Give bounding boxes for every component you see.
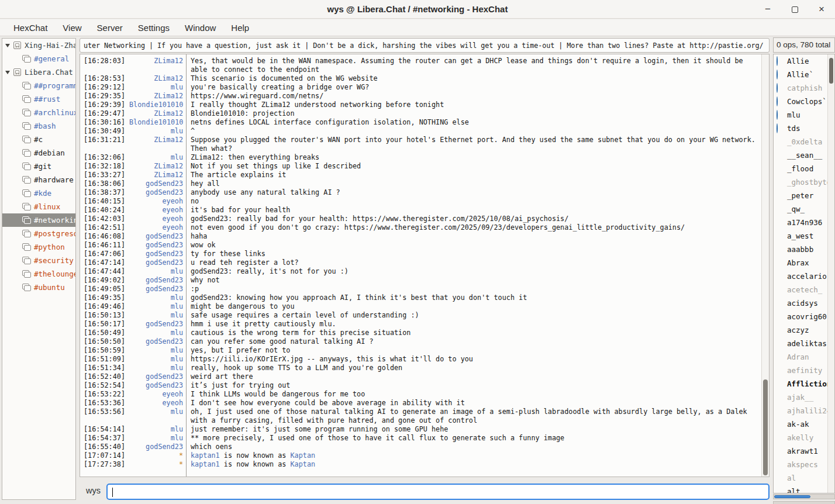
nick[interactable]: mlu: [129, 294, 183, 302]
menu-help[interactable]: Help: [223, 19, 257, 36]
nick[interactable]: mlu: [129, 425, 183, 434]
nick[interactable]: godSend23: [129, 241, 183, 250]
user-item[interactable]: akspecs: [774, 458, 834, 471]
nick[interactable]: mlu: [129, 302, 183, 311]
nick[interactable]: godSend23: [129, 250, 183, 258]
user-item[interactable]: ajhalili2410: [774, 404, 834, 417]
nick[interactable]: godSend23: [129, 232, 183, 241]
tree-row--python[interactable]: #python: [2, 240, 75, 254]
user-item[interactable]: aczyz: [774, 323, 834, 337]
menu-server[interactable]: Server: [89, 19, 130, 36]
user-item[interactable]: al: [774, 471, 834, 485]
nick[interactable]: mlu: [129, 83, 183, 92]
user-item[interactable]: Affliction: [774, 377, 834, 391]
user-item[interactable]: _flood: [774, 162, 834, 175]
nick[interactable]: eyeoh: [129, 215, 183, 223]
menu-view[interactable]: View: [55, 19, 89, 36]
nick[interactable]: mlu: [129, 329, 183, 337]
tree-row--postgresql[interactable]: #postgresql: [2, 227, 75, 240]
event-star[interactable]: *: [129, 460, 183, 469]
chat-scrollbar-thumb[interactable]: [763, 379, 768, 475]
tree-row-xing-hai-zhang[interactable]: Xing-Hai-Zhang: [2, 39, 75, 52]
bottom-hscrollbar[interactable]: [773, 501, 835, 504]
tree-row--networking[interactable]: #networking: [2, 213, 75, 227]
nick[interactable]: ZLima12: [129, 92, 183, 101]
userlist-hscrollbar-thumb[interactable]: [774, 495, 810, 498]
message-input[interactable]: [106, 484, 770, 500]
user-item[interactable]: tds: [774, 122, 834, 135]
user-item[interactable]: Allie`: [774, 68, 834, 81]
user-item[interactable]: alt: [774, 485, 834, 493]
nick[interactable]: mlu: [129, 346, 183, 355]
nick[interactable]: godSend23: [129, 179, 183, 188]
nick[interactable]: mlu: [129, 127, 183, 136]
user-item[interactable]: _qw_: [774, 202, 834, 216]
nick[interactable]: ZLima12: [129, 171, 183, 179]
userlist-scrollbar-thumb[interactable]: [829, 58, 833, 84]
user-item[interactable]: akelly: [774, 431, 834, 444]
nick[interactable]: mlu: [129, 153, 183, 162]
nick[interactable]: ZLima12: [129, 162, 183, 171]
tree-row--ubuntu[interactable]: #ubuntu: [2, 281, 75, 294]
user-item[interactable]: acovrig60: [774, 310, 834, 323]
nick[interactable]: godSend23: [129, 258, 183, 267]
nick[interactable]: eyeoh: [129, 399, 183, 408]
menu-window[interactable]: Window: [177, 19, 223, 36]
nick[interactable]: ZLima12: [129, 57, 183, 74]
nick[interactable]: godSend23: [129, 276, 183, 285]
user-item[interactable]: mlu: [774, 108, 834, 122]
tree-row--linux[interactable]: #linux: [2, 200, 75, 213]
close-button[interactable]: ×: [815, 3, 828, 16]
nick[interactable]: mlu: [129, 434, 183, 443]
userlist-scrollbar[interactable]: [827, 54, 834, 493]
nick[interactable]: godSend23: [129, 381, 183, 390]
nick[interactable]: eyeoh: [129, 206, 183, 215]
minimize-button[interactable]: −: [761, 3, 774, 16]
user-item[interactable]: catphish: [774, 81, 834, 95]
tree-row--rust[interactable]: ##rust: [2, 92, 75, 106]
user-item[interactable]: acidsys: [774, 296, 834, 310]
nick[interactable]: mlu: [129, 408, 183, 425]
nick[interactable]: godSend23: [129, 188, 183, 197]
nick[interactable]: godSend23: [129, 372, 183, 381]
tree-row--archlinux[interactable]: #archlinux: [2, 106, 75, 119]
user-item[interactable]: aaabbb: [774, 243, 834, 256]
user-item[interactable]: ak-ak: [774, 417, 834, 431]
nick[interactable]: eyeoh: [129, 390, 183, 399]
expander-icon[interactable]: [5, 71, 10, 74]
user-item[interactable]: a174n936: [774, 216, 834, 229]
tree-row--kde[interactable]: #kde: [2, 187, 75, 200]
nick[interactable]: Blondie101010: [129, 101, 183, 109]
user-item[interactable]: aefinity: [774, 364, 834, 377]
tree-row--bash[interactable]: #bash: [2, 119, 75, 133]
topic-entry[interactable]: uter Networking | If you have a question…: [80, 38, 770, 53]
nick[interactable]: mlu: [129, 355, 183, 364]
tree-row--security[interactable]: #security: [2, 254, 75, 267]
user-item[interactable]: Adran: [774, 350, 834, 364]
tree-row--debian[interactable]: #debian: [2, 146, 75, 160]
nick[interactable]: Blondie101010: [129, 118, 183, 127]
user-item[interactable]: akrawt1: [774, 444, 834, 458]
user-item[interactable]: adeliktas: [774, 337, 834, 350]
user-item[interactable]: Cowclops`: [774, 95, 834, 108]
tree-row--general[interactable]: #general: [2, 52, 75, 65]
user-item[interactable]: _peter: [774, 189, 834, 202]
chat-scrollbar[interactable]: [761, 54, 769, 477]
nick[interactable]: godSend23: [129, 337, 183, 346]
tree-row-libera-chat[interactable]: Libera.Chat: [2, 65, 75, 79]
user-item[interactable]: Abrax: [774, 256, 834, 270]
user-item[interactable]: _0xdelta: [774, 135, 834, 149]
user-item[interactable]: Allie: [774, 54, 834, 68]
user-item[interactable]: ajak__: [774, 391, 834, 404]
menu-hexchat[interactable]: HexChat: [6, 19, 55, 36]
nick[interactable]: mlu: [129, 267, 183, 276]
tree-row--hardware[interactable]: #hardware: [2, 173, 75, 187]
tree-row--c[interactable]: #c: [2, 133, 75, 146]
user-item[interactable]: __sean__: [774, 149, 834, 162]
nick[interactable]: godSend23: [129, 285, 183, 294]
expander-icon[interactable]: [5, 44, 10, 47]
maximize-button[interactable]: [788, 3, 801, 16]
nick[interactable]: godSend23: [129, 320, 183, 329]
user-item[interactable]: acetech_: [774, 283, 834, 296]
tree-row--git[interactable]: #git: [2, 160, 75, 173]
